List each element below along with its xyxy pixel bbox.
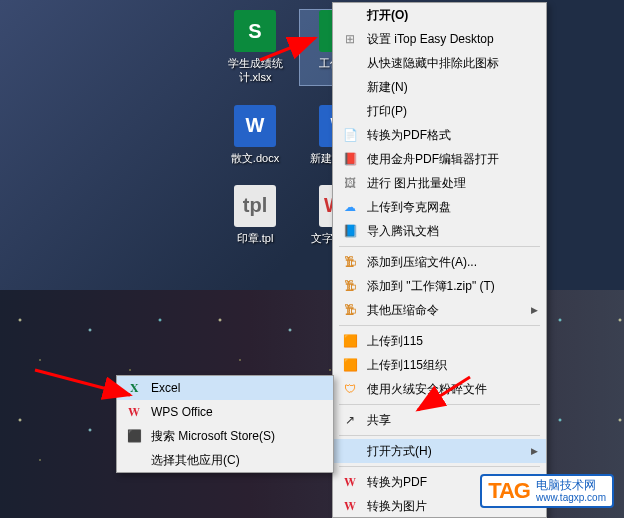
file-type-icon: S (234, 10, 276, 52)
menu-label: 使用火绒安全粉碎文件 (367, 381, 487, 398)
menu-item[interactable]: 📕使用金舟PDF编辑器打开 (333, 147, 546, 171)
cloud-icon: ☁ (339, 198, 361, 216)
menu-separator (339, 404, 540, 405)
store-icon: ⬛ (123, 427, 145, 445)
menu-item[interactable]: 打开方式(H)▶ (333, 439, 546, 463)
submenu-label: WPS Office (151, 405, 213, 419)
watermark-cn: 电脑技术网 (536, 479, 606, 492)
submenu-label: Excel (151, 381, 180, 395)
115b-icon: 🟧 (339, 356, 361, 374)
file-type-icon: tpl (234, 185, 276, 227)
menu-item[interactable]: ☁上传到夸克网盘 (333, 195, 546, 219)
menu-label: 从快速隐藏中排除此图标 (367, 55, 499, 72)
excel-icon: 𝐗 (123, 379, 145, 397)
menu-label: 添加到压缩文件(A)... (367, 254, 477, 271)
menu-item[interactable]: 🖼进行 图片批量处理 (333, 171, 546, 195)
desktop-file-2[interactable]: W散文.docx (215, 105, 295, 165)
share-icon: ↗ (339, 411, 361, 429)
watermark-url: www.tagxp.com (536, 492, 606, 503)
menu-item[interactable]: ↗共享 (333, 408, 546, 432)
menu-label: 转换为PDF (367, 474, 427, 491)
menu-item[interactable]: 🗜添加到压缩文件(A)... (333, 250, 546, 274)
menu-label: 共享 (367, 412, 391, 429)
menu-item[interactable]: 🟧上传到115 (333, 329, 546, 353)
blank-icon (339, 54, 361, 72)
submenu-label: 选择其他应用(C) (151, 452, 240, 469)
menu-label: 上传到115组织 (367, 357, 447, 374)
context-menu-main: 打开(O)⊞设置 iTop Easy Desktop从快速隐藏中排除此图标新建(… (332, 2, 547, 518)
blank-icon (339, 78, 361, 96)
blank-icon (339, 6, 361, 24)
menu-label: 打印(P) (367, 103, 407, 120)
hr-icon: 🛡 (339, 380, 361, 398)
submenu-arrow-icon: ▶ (531, 305, 538, 315)
menu-label: 转换为PDF格式 (367, 127, 451, 144)
watermark: TAG 电脑技术网 www.tagxp.com (480, 474, 614, 508)
submenu-arrow-icon: ▶ (531, 446, 538, 456)
menu-separator (339, 325, 540, 326)
menu-item[interactable]: 🗜添加到 "工作簿1.zip" (T) (333, 274, 546, 298)
menu-item[interactable]: 📄转换为PDF格式 (333, 123, 546, 147)
menu-label: 导入腾讯文档 (367, 223, 439, 240)
openwith-submenu: 𝐗Excel𝐖WPS Office⬛搜索 Microsoft Store(S)选… (116, 375, 334, 473)
menu-label: 上传到夸克网盘 (367, 199, 451, 216)
menu-separator (339, 246, 540, 247)
blank-icon (123, 451, 145, 469)
menu-item[interactable]: 🗜其他压缩命令▶ (333, 298, 546, 322)
menu-item[interactable]: 从快速隐藏中排除此图标 (333, 51, 546, 75)
menu-label: 添加到 "工作簿1.zip" (T) (367, 278, 495, 295)
submenu-item[interactable]: 选择其他应用(C) (117, 448, 333, 472)
img-icon: 🖼 (339, 174, 361, 192)
menu-item[interactable]: 新建(N) (333, 75, 546, 99)
menu-label: 进行 图片批量处理 (367, 175, 466, 192)
menu-item[interactable]: 📘导入腾讯文档 (333, 219, 546, 243)
desktop-file-4[interactable]: tpl印章.tpl (215, 185, 295, 245)
zip-icon: 🗜 (339, 277, 361, 295)
menu-label: 打开方式(H) (367, 443, 432, 460)
wps-icon: 𝐖 (339, 497, 361, 515)
menu-item[interactable]: ⊞设置 iTop Easy Desktop (333, 27, 546, 51)
menu-separator (339, 466, 540, 467)
file-label: 散文.docx (231, 151, 279, 165)
file-label: 印章.tpl (237, 231, 274, 245)
menu-separator (339, 435, 540, 436)
pdf2-icon: 📕 (339, 150, 361, 168)
menu-label: 上传到115 (367, 333, 423, 350)
menu-label: 其他压缩命令 (367, 302, 439, 319)
blank-icon (339, 442, 361, 460)
menu-item[interactable]: 🟧上传到115组织 (333, 353, 546, 377)
pdf-icon: 📄 (339, 126, 361, 144)
submenu-item[interactable]: 𝐖WPS Office (117, 400, 333, 424)
file-label: 学生成绩统计.xlsx (215, 56, 295, 85)
itop-icon: ⊞ (339, 30, 361, 48)
menu-label: 打开(O) (367, 7, 408, 24)
menu-label: 设置 iTop Easy Desktop (367, 31, 494, 48)
zip-icon: 🗜 (339, 253, 361, 271)
115-icon: 🟧 (339, 332, 361, 350)
menu-label: 使用金舟PDF编辑器打开 (367, 151, 499, 168)
menu-label: 转换为图片 (367, 498, 427, 515)
submenu-item[interactable]: ⬛搜索 Microsoft Store(S) (117, 424, 333, 448)
menu-item[interactable]: 打印(P) (333, 99, 546, 123)
submenu-item[interactable]: 𝐗Excel (117, 376, 333, 400)
wps-icon: 𝐖 (339, 473, 361, 491)
menu-item[interactable]: 打开(O) (333, 3, 546, 27)
file-type-icon: W (234, 105, 276, 147)
wpsoffice-icon: 𝐖 (123, 403, 145, 421)
blank-icon (339, 102, 361, 120)
zip-icon: 🗜 (339, 301, 361, 319)
menu-item[interactable]: 🛡使用火绒安全粉碎文件 (333, 377, 546, 401)
watermark-tag: TAG (488, 478, 530, 504)
menu-label: 新建(N) (367, 79, 408, 96)
submenu-label: 搜索 Microsoft Store(S) (151, 428, 275, 445)
desktop-file-0[interactable]: S学生成绩统计.xlsx (215, 10, 295, 85)
tencent-icon: 📘 (339, 222, 361, 240)
